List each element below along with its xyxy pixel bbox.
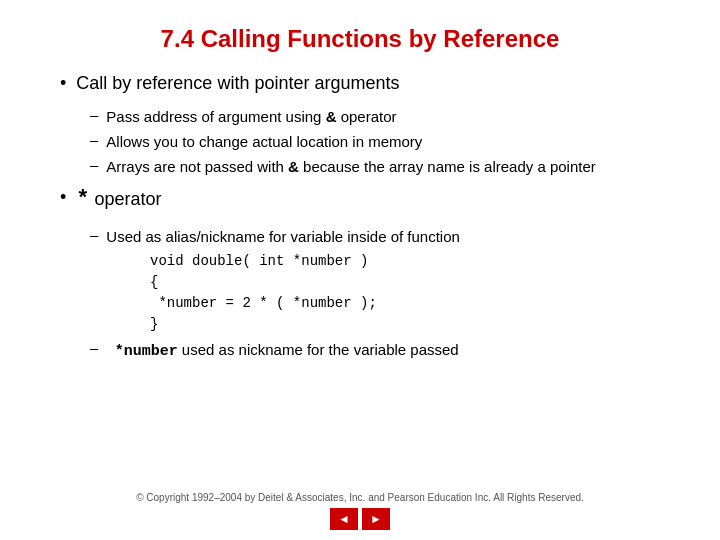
code-line-2: { (150, 272, 670, 293)
code-block: void double( int *number ) { *number = 2… (150, 251, 670, 335)
bullet-2: • * operator (60, 185, 670, 216)
code-amp-1: & (326, 108, 337, 125)
copyright-text: © Copyright 1992–2004 by Deitel & Associ… (136, 492, 584, 503)
nav-buttons: ◄ ► (330, 508, 390, 530)
bullet-dot-2: • (60, 187, 66, 208)
content: • Call by reference with pointer argumen… (50, 71, 670, 480)
sub-bullet-1-1: – Pass address of argument using & opera… (90, 106, 670, 127)
sub-text-2-1: Used as alias/nickname for variable insi… (106, 226, 460, 247)
next-button[interactable]: ► (362, 508, 390, 530)
bullet-2-text: * operator (76, 185, 161, 216)
dash-1-2: – (90, 131, 98, 148)
prev-button[interactable]: ◄ (330, 508, 358, 530)
star-code: * (76, 187, 89, 212)
sub-bullet-2-1: – Used as alias/nickname for variable in… (90, 226, 670, 247)
slide: 7.4 Calling Functions by Reference • Cal… (0, 0, 720, 540)
dash-1-3: – (90, 156, 98, 173)
sub-bullets-1: – Pass address of argument using & opera… (90, 106, 670, 177)
code-line-4: } (150, 314, 670, 335)
sub-text-1-3: Arrays are not passed with & because the… (106, 156, 595, 177)
sub-text-1-1: Pass address of argument using & operato… (106, 106, 396, 127)
sub-text-2-2: *number used as nickname for the variabl… (115, 339, 459, 362)
bullet-1: • Call by reference with pointer argumen… (60, 71, 670, 96)
code-line-1: void double( int *number ) (150, 251, 670, 272)
dash-2-1: – (90, 226, 98, 243)
code-amp-2: & (288, 158, 299, 175)
dash-2-2: – (90, 339, 107, 356)
code-line-3: *number = 2 * ( *number ); (150, 293, 670, 314)
sub-bullet-1-3: – Arrays are not passed with & because t… (90, 156, 670, 177)
sub-bullets-2: – Used as alias/nickname for variable in… (90, 226, 670, 362)
sub-bullet-1-2: – Allows you to change actual location i… (90, 131, 670, 152)
dash-1-1: – (90, 106, 98, 123)
star-number-code: *number (115, 343, 178, 360)
bullet-1-text: Call by reference with pointer arguments (76, 71, 399, 96)
bullet-dot-1: • (60, 73, 66, 94)
slide-title: 7.4 Calling Functions by Reference (50, 25, 670, 53)
footer: © Copyright 1992–2004 by Deitel & Associ… (0, 492, 720, 530)
sub-bullet-2-2: – *number used as nickname for the varia… (90, 339, 670, 362)
sub-text-1-2: Allows you to change actual location in … (106, 131, 422, 152)
